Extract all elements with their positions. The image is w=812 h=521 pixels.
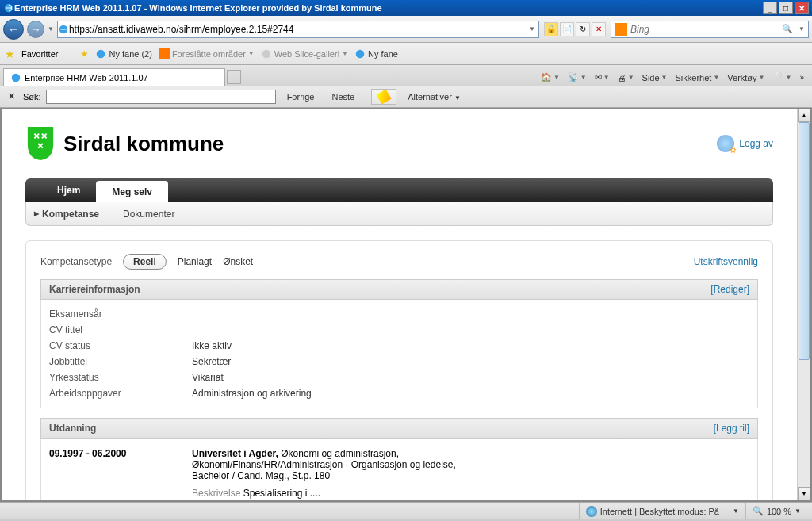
- search-input[interactable]: [630, 24, 779, 35]
- education-dates: 09.1997 - 06.2000: [49, 448, 192, 499]
- scroll-up-icon[interactable]: ▲: [798, 109, 810, 122]
- zone-indicator[interactable]: Internett | Beskyttet modus: På: [579, 503, 726, 519]
- scroll-thumb[interactable]: [799, 122, 810, 360]
- exam-year-label: Eksamensår: [49, 308, 192, 320]
- page-icon: [58, 24, 69, 35]
- user-gear-icon: [717, 135, 734, 152]
- tab-myself[interactable]: Meg selv: [96, 181, 168, 202]
- pill-real[interactable]: Reell: [123, 254, 167, 270]
- status-bar: Internett | Beskyttet modus: På ▼ 🔍 100 …: [0, 502, 812, 519]
- cv-title-label: CV tittel: [49, 324, 192, 335]
- triangle-icon: ▶: [34, 210, 39, 217]
- search-dropdown-icon[interactable]: ▼: [795, 25, 808, 33]
- search-icon[interactable]: 🔍: [779, 21, 795, 37]
- content-panel: Kompetansetype Reell Planlagt Ønsket Uts…: [25, 240, 773, 500]
- refresh-button[interactable]: ↻: [576, 22, 590, 36]
- education-add-link[interactable]: [Legg til]: [714, 423, 749, 434]
- print-icon[interactable]: 🖨▼: [618, 73, 634, 82]
- window-titlebar: Enterprise HRM Web 2011.1.07 - Windows I…: [0, 0, 812, 16]
- chevron-icon[interactable]: »: [799, 73, 804, 82]
- nav-bar: ← → ▼ ▼ 🔒 📄 ↻ ✕ 🔍 ▼: [0, 16, 812, 43]
- favorites-bar: ★ Favoritter ★ Ny fane (2) Foreslåtte om…: [0, 43, 812, 65]
- find-input[interactable]: [46, 90, 276, 104]
- minimize-button[interactable]: _: [763, 2, 777, 14]
- education-section-body: 09.1997 - 06.2000 Universitet i Agder, Ø…: [40, 439, 758, 500]
- back-button[interactable]: ←: [3, 19, 24, 40]
- stop-button[interactable]: ✕: [592, 22, 606, 36]
- exam-year-value: [192, 308, 749, 320]
- url-input[interactable]: [69, 24, 526, 35]
- find-options-button[interactable]: Alternativer ▼: [401, 90, 467, 103]
- tab-icon: [10, 72, 21, 83]
- work-status-label: Yrkesstatus: [49, 372, 192, 383]
- print-friendly-link[interactable]: Utskriftsvennlig: [694, 256, 758, 267]
- window-title: Enterprise HRM Web 2011.1.07 - Windows I…: [14, 3, 382, 13]
- zoom-control[interactable]: 🔍 100 % ▼: [745, 503, 807, 519]
- competence-type-label: Kompetansetype: [40, 256, 112, 267]
- education-details: Universitet i Agder, Økonomi og administ…: [192, 448, 749, 499]
- page-icon: [261, 48, 272, 59]
- fav-item-webslice[interactable]: Web Slice-galleri ▼: [261, 48, 348, 59]
- logout-link[interactable]: Logg av: [717, 135, 773, 152]
- mail-icon[interactable]: ✉▼: [595, 72, 610, 82]
- svg-point-5: [12, 73, 21, 82]
- tab-home[interactable]: Hjem: [41, 178, 96, 202]
- site-title: Sirdal kommune: [63, 132, 224, 156]
- favorites-star-icon[interactable]: ★: [5, 48, 15, 60]
- tasks-value: Administrasjon og arkivering: [192, 388, 749, 399]
- fav-item-suggested[interactable]: Foreslåtte områder ▼: [159, 48, 255, 59]
- subtab-competence[interactable]: ▶Kompetanse: [34, 209, 99, 220]
- content-frame: ▲ ▼ Sirdal kommune Logg av Hjem Meg selv…: [0, 108, 812, 502]
- fav-item-nyfane2[interactable]: Ny fane (2): [95, 48, 151, 59]
- search-box[interactable]: 🔍 ▼: [611, 21, 809, 38]
- find-prev-button[interactable]: Forrige: [281, 90, 321, 103]
- page-icon: [95, 48, 106, 59]
- scroll-down-icon[interactable]: ▼: [798, 487, 810, 500]
- feeds-icon[interactable]: 📡▼: [568, 72, 587, 82]
- home-icon[interactable]: 🏠▼: [541, 72, 560, 82]
- page-menu[interactable]: Side▼: [642, 73, 668, 82]
- find-next-button[interactable]: Neste: [325, 90, 361, 103]
- compat-icon[interactable]: 📄: [560, 22, 574, 36]
- vertical-scrollbar[interactable]: ▲ ▼: [797, 109, 810, 500]
- subtab-documents[interactable]: Dokumenter: [123, 209, 174, 220]
- site-header: Sirdal kommune Logg av: [25, 125, 773, 163]
- education-entry: 09.1997 - 06.2000 Universitet i Agder, Ø…: [49, 445, 749, 500]
- page-content: Sirdal kommune Logg av Hjem Meg selv ▶Ko…: [2, 109, 797, 500]
- history-dropdown-icon[interactable]: ▼: [48, 25, 54, 33]
- favorites-label[interactable]: Favoritter: [21, 49, 58, 59]
- find-close-button[interactable]: ✕: [5, 91, 18, 102]
- lock-icon[interactable]: 🔒: [544, 22, 558, 36]
- maximize-button[interactable]: □: [779, 2, 793, 14]
- add-favorite-icon[interactable]: ★: [80, 48, 89, 59]
- browser-tab[interactable]: Enterprise HRM Web 2011.1.07: [3, 68, 225, 86]
- sub-tabs: ▶Kompetanse Dokumenter: [25, 202, 773, 226]
- pill-planned[interactable]: Planlagt: [178, 256, 212, 267]
- new-tab-button[interactable]: [227, 70, 241, 84]
- job-title-value: Sekretær: [192, 356, 749, 367]
- address-bar[interactable]: ▼: [57, 21, 539, 38]
- protected-mode-dropdown[interactable]: ▼: [726, 503, 745, 519]
- help-icon[interactable]: ❔▼: [773, 72, 792, 82]
- bing-icon: [615, 23, 627, 36]
- cv-status-label: CV status: [49, 340, 192, 351]
- close-button[interactable]: ✕: [795, 2, 809, 14]
- forward-button[interactable]: →: [27, 21, 44, 38]
- pill-wished[interactable]: Ønsket: [223, 256, 253, 267]
- work-status-value: Vikariat: [192, 372, 749, 383]
- url-buttons: 🔒 📄 ↻ ✕: [542, 22, 607, 36]
- job-title-label: Jobbtittel: [49, 356, 192, 367]
- safety-menu[interactable]: Sikkerhet▼: [676, 73, 720, 82]
- career-edit-link[interactable]: [Rediger]: [710, 284, 749, 295]
- competence-type-row: Kompetansetype Reell Planlagt Ønsket Uts…: [40, 254, 758, 270]
- zoom-icon: 🔍: [753, 506, 764, 516]
- find-label: Søk:: [23, 92, 41, 102]
- fav-item-nyfane[interactable]: Ny fane: [354, 48, 398, 59]
- url-dropdown-icon[interactable]: ▼: [526, 25, 538, 33]
- find-highlight-button[interactable]: [371, 89, 396, 105]
- page-icon: [354, 48, 366, 59]
- suggestion-icon: [159, 48, 170, 59]
- municipality-shield-icon: [25, 125, 56, 163]
- tools-menu[interactable]: Verktøy▼: [727, 73, 764, 82]
- highlighter-icon: [377, 89, 392, 104]
